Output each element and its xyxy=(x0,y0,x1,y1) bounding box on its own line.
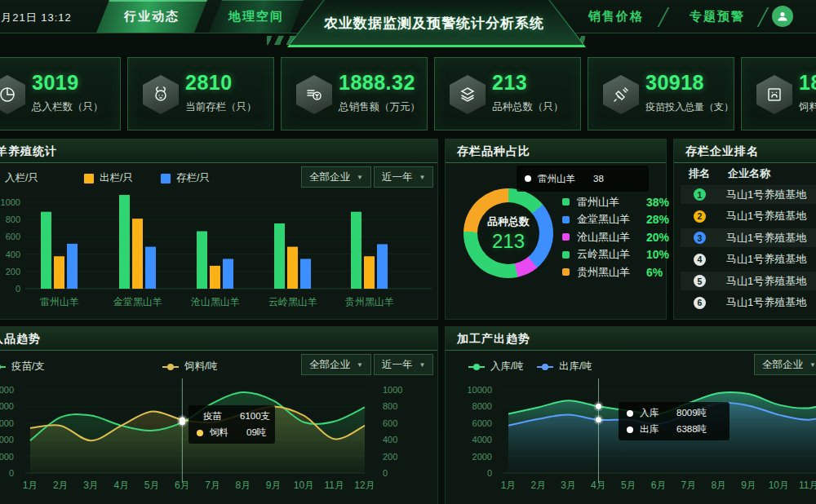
legend-swatch xyxy=(562,198,570,206)
tooltip-dot xyxy=(197,430,203,436)
kpi-label: 疫苗投入总量（支） xyxy=(645,100,734,114)
svg-text:10000: 10000 xyxy=(0,385,14,395)
user-avatar-icon[interactable] xyxy=(772,6,793,27)
svg-text:4000: 4000 xyxy=(472,435,492,444)
kpi-label: 总入栏数（只） xyxy=(32,100,104,114)
panel-title: 存栏品种占比 xyxy=(457,144,530,159)
svg-text:600: 600 xyxy=(6,232,20,241)
ranking-row[interactable]: 3马山1号养殖基地 xyxy=(681,228,816,247)
ranking-row[interactable]: 4马山1号养殖基地 xyxy=(681,250,816,269)
panel-sheep-breeding-stats: 羊养殖统计 入栏/只出栏/只存栏/只 全部企业▼ 近一年▼ 1000800600… xyxy=(0,139,438,320)
coins-icon xyxy=(296,75,332,114)
kpi-card: 213品种总数（只） xyxy=(434,57,581,130)
tooltip-value: 38 xyxy=(593,174,604,183)
inputs-tooltip: 疫苗6100支饲料09吨 xyxy=(188,405,275,444)
svg-text:2000: 2000 xyxy=(0,452,14,462)
svg-text:沧山黑山羊: 沧山黑山羊 xyxy=(190,296,240,307)
svg-text:0: 0 xyxy=(383,468,388,478)
tab-industry-news[interactable]: 行业动态 xyxy=(96,0,207,33)
nav-timestamp: 1月21日 13:12 xyxy=(0,11,72,25)
tab-topic-warning[interactable]: 专题预警 xyxy=(676,0,759,33)
tooltip-dot xyxy=(627,410,633,417)
svg-text:3月: 3月 xyxy=(83,480,99,491)
legend-swatch xyxy=(562,251,570,259)
ranking-row[interactable]: 2马山1号养殖基地 xyxy=(681,207,816,226)
rank-badge: 6 xyxy=(694,297,706,309)
svg-text:400: 400 xyxy=(6,250,20,259)
legend-swatch xyxy=(562,233,570,241)
tooltip-row: 疫苗6100支 xyxy=(197,410,267,422)
tab-geo-space[interactable]: 地理空间 xyxy=(209,0,304,33)
panel-inputs-trend: 投入品趋势 疫苗/支 饲料/吨 全部企业▼ 近一年▼ 1000080006000… xyxy=(0,326,438,504)
kpi-label: 总销售额（万元） xyxy=(339,100,420,114)
svg-text:8000: 8000 xyxy=(472,401,492,411)
ranking-row[interactable]: 5马山1号养殖基地 xyxy=(681,272,816,290)
panel-species-share: 存栏品种占比 品种总数 213 雷州山羊38%金堂黑山羊28%沧山黑山羊20%云… xyxy=(445,139,667,320)
feed-icon xyxy=(756,75,792,114)
kpi-value: 1888 xyxy=(799,71,816,95)
app-title: 农业数据监测及预警统计分析系统 xyxy=(287,0,581,45)
kpi-label: 当前存栏（只） xyxy=(185,100,257,114)
kpi-label: 饲料投入 xyxy=(799,100,816,114)
rank-badge: 5 xyxy=(694,275,706,287)
kpi-card: 2810当前存栏（只） xyxy=(127,57,274,130)
svg-text:5月: 5月 xyxy=(621,480,636,491)
svg-text:1月: 1月 xyxy=(501,480,517,491)
donut-chart[interactable]: 品种总数 213 xyxy=(463,188,553,278)
top-nav: 1月21日 13:12 行业动态 地理空间 农业数据监测及预警统计分析系统 销售… xyxy=(0,0,816,47)
column-company: 企业名称 xyxy=(728,166,770,181)
svg-text:11月: 11月 xyxy=(324,480,344,491)
svg-text:400: 400 xyxy=(383,435,397,444)
panel-processing-output-trend: 加工产出趋势 入库/吨 出库/吨 全部企业▼ 近一年▼ 100008000600… xyxy=(445,326,816,504)
kpi-card: 1888.32总销售额（万元） xyxy=(281,57,428,130)
donut-legend-item[interactable]: 贵州黑山羊6% xyxy=(562,263,663,281)
layers-icon xyxy=(450,75,486,114)
svg-text:6000: 6000 xyxy=(472,418,492,428)
svg-text:6000: 6000 xyxy=(0,418,14,428)
ranking-row[interactable]: 1马山1号养殖基地 xyxy=(681,185,816,204)
panel-title: 存栏企业排名 xyxy=(685,144,759,159)
grouped-bar-chart[interactable]: 10008006004002000雷州山羊金堂黑山羊沧山黑山羊云岭黑山羊贵州黑山… xyxy=(0,139,437,319)
svg-text:贵州黑山羊: 贵州黑山羊 xyxy=(345,296,394,307)
ranking-row[interactable]: 6马山1号养殖基地 xyxy=(681,294,816,312)
legend-swatch xyxy=(562,216,570,223)
output-tooltip: 入库8009吨出库6388吨 xyxy=(619,402,730,440)
svg-text:7月: 7月 xyxy=(681,480,697,491)
svg-text:9月: 9月 xyxy=(741,480,756,491)
svg-text:10000: 10000 xyxy=(467,385,492,395)
tooltip-row: 入库8009吨 xyxy=(627,407,721,419)
donut-center-label: 品种总数 xyxy=(487,214,530,229)
kpi-value: 1888.32 xyxy=(339,71,415,95)
syringe-icon xyxy=(603,75,639,114)
svg-text:11月: 11月 xyxy=(799,480,816,491)
donut-legend-item[interactable]: 金堂黑山羊28% xyxy=(562,211,669,228)
column-rank: 排名 xyxy=(689,166,710,181)
rank-badge: 1 xyxy=(694,188,706,201)
svg-text:4月: 4月 xyxy=(113,480,129,491)
kpi-value: 2810 xyxy=(185,71,233,95)
svg-text:7月: 7月 xyxy=(205,480,220,491)
kpi-value: 213 xyxy=(492,71,527,95)
rank-badge: 3 xyxy=(694,232,706,244)
kpi-value: 30918 xyxy=(645,71,704,95)
tooltip-name: 雷州山羊 xyxy=(538,173,575,185)
kpi-value: 3019 xyxy=(32,71,79,95)
svg-text:10月: 10月 xyxy=(769,480,789,491)
nav-title-banner: 农业数据监测及预警统计分析系统 xyxy=(287,0,586,47)
dashboard: 1月21日 13:12 行业动态 地理空间 农业数据监测及预警统计分析系统 销售… xyxy=(0,0,816,504)
svg-text:5月: 5月 xyxy=(144,480,160,491)
svg-text:1月: 1月 xyxy=(23,480,38,491)
donut-legend-item[interactable]: 云岭黑山羊10% xyxy=(562,246,669,263)
svg-text:云岭黑山羊: 云岭黑山羊 xyxy=(268,296,317,307)
svg-text:600: 600 xyxy=(383,418,397,428)
svg-text:6月: 6月 xyxy=(651,480,667,491)
tab-sales-price[interactable]: 销售价格 xyxy=(571,0,661,33)
donut-legend-item[interactable]: 雷州山羊38% xyxy=(562,193,669,210)
svg-text:3月: 3月 xyxy=(561,480,576,491)
tooltip-row: 出库6388吨 xyxy=(627,423,721,435)
svg-text:200: 200 xyxy=(6,267,20,276)
svg-text:2月: 2月 xyxy=(530,480,546,491)
donut-legend-item[interactable]: 沧山黑山羊20% xyxy=(562,228,669,245)
donut-tooltip: 雷州山羊 38 xyxy=(517,166,649,192)
svg-text:4000: 4000 xyxy=(0,435,14,444)
